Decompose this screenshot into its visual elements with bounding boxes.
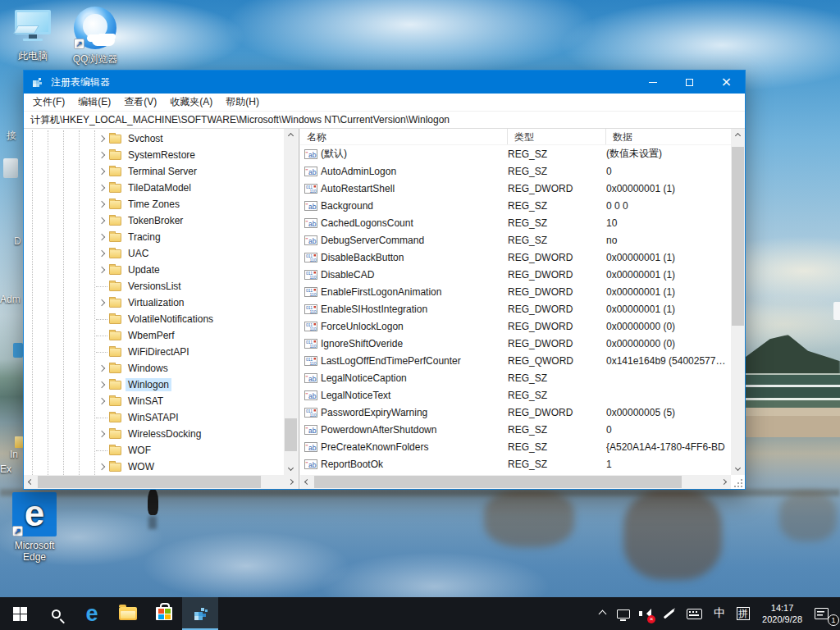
- taskbar-search-button[interactable]: [38, 597, 74, 630]
- expand-chevron-icon[interactable]: [98, 185, 105, 191]
- registry-value-row[interactable]: 011110PasswordExpiryWarningREG_DWORD0x00…: [300, 404, 731, 421]
- tree-item-label[interactable]: WinSATAPI: [126, 411, 181, 424]
- tree-item-time-zones[interactable]: Time Zones: [24, 196, 284, 212]
- tray-pen[interactable]: [657, 597, 681, 630]
- column-header-type[interactable]: 类型: [508, 129, 606, 144]
- tree-item-label[interactable]: Winlogon: [126, 378, 171, 391]
- scroll-right-button[interactable]: [284, 475, 298, 489]
- tree-item-label[interactable]: WinSAT: [126, 395, 166, 408]
- tree-item-label[interactable]: Virtualization: [126, 296, 186, 309]
- maximize-button[interactable]: [671, 71, 708, 94]
- value-name[interactable]: Background: [321, 200, 373, 212]
- value-name[interactable]: AutoRestartShell: [321, 183, 395, 194]
- tree-horizontal-scrollbar[interactable]: [24, 475, 298, 489]
- registry-value-row[interactable]: "abDebugServerCommandREG_SZno: [300, 231, 731, 249]
- desktop-icon-microsoft-edge[interactable]: e ↗ Microsoft Edge: [5, 492, 64, 563]
- desktop-icon-qq-browser[interactable]: ↗ QQ浏览器: [66, 7, 125, 66]
- value-name[interactable]: EnableFirstLogonAnimation: [321, 286, 441, 298]
- minimize-button[interactable]: [634, 71, 671, 94]
- registry-value-row[interactable]: 011110EnableFirstLogonAnimationREG_DWORD…: [300, 283, 731, 300]
- column-header-data[interactable]: 数据: [606, 129, 731, 144]
- value-name[interactable]: AutoAdminLogon: [321, 166, 396, 177]
- tree-item-label[interactable]: WbemPerf: [126, 329, 177, 342]
- registry-value-row[interactable]: 011110IgnoreShiftOverideREG_DWORD0x00000…: [300, 335, 731, 352]
- tree-item-label[interactable]: TileDataModel: [126, 181, 194, 194]
- tree-item-label[interactable]: Svchost: [126, 132, 166, 145]
- taskbar-edge-button[interactable]: e: [74, 597, 110, 630]
- title-bar[interactable]: 注册表编辑器 ×: [24, 71, 745, 94]
- tree-item-wow[interactable]: WOW: [24, 459, 284, 475]
- value-name[interactable]: DisableBackButton: [321, 252, 404, 263]
- desktop-icon-this-pc[interactable]: 此电脑: [3, 10, 62, 63]
- registry-value-row[interactable]: 011110DisableBackButtonREG_DWORD0x000000…: [300, 249, 731, 266]
- tray-ime-layout[interactable]: 拼: [731, 597, 756, 630]
- desktop-icon-label[interactable]: 此电脑: [3, 49, 62, 63]
- menu-favorites[interactable]: 收藏夹(A): [163, 93, 219, 112]
- tree-item-svchost[interactable]: Svchost: [24, 130, 284, 147]
- scroll-left-button[interactable]: [24, 475, 38, 489]
- tree-item-versionslist[interactable]: VersionsList: [24, 278, 284, 294]
- value-name[interactable]: LegalNoticeText: [321, 390, 390, 401]
- action-center-button[interactable]: 1: [809, 597, 840, 630]
- list-horizontal-scrollbar[interactable]: [300, 475, 731, 489]
- tree-item-wirelessdocking[interactable]: WirelessDocking: [24, 426, 284, 442]
- expand-chevron-icon[interactable]: [98, 431, 105, 437]
- registry-value-row[interactable]: 011110EnableSIHostIntegrationREG_DWORD0x…: [300, 300, 731, 317]
- tree-item-uac[interactable]: UAC: [24, 245, 284, 262]
- expand-chevron-icon[interactable]: [98, 217, 105, 224]
- scrollbar-thumb[interactable]: [732, 147, 744, 326]
- scrollbar-thumb[interactable]: [38, 476, 261, 488]
- scroll-down-button[interactable]: [731, 461, 745, 475]
- tree-item-virtualization[interactable]: Virtualization: [24, 294, 284, 311]
- menu-file[interactable]: 文件(F): [26, 93, 71, 112]
- expand-chevron-icon[interactable]: [98, 135, 105, 142]
- expand-chevron-icon[interactable]: [98, 168, 105, 175]
- expand-chevron-icon[interactable]: [98, 267, 105, 273]
- tree-item-tiledatamodel[interactable]: TileDataModel: [24, 180, 284, 196]
- tree-item-winsatapi[interactable]: WinSATAPI: [24, 409, 284, 426]
- tree-item-wifidirectapi[interactable]: WiFiDirectAPI: [24, 344, 284, 360]
- tray-network[interactable]: [611, 597, 636, 630]
- tree-item-label[interactable]: WOW: [126, 460, 157, 473]
- expand-chevron-icon[interactable]: [98, 152, 105, 158]
- scroll-left-button[interactable]: [300, 475, 314, 489]
- tree-item-label[interactable]: WiFiDirectAPI: [126, 345, 192, 358]
- expand-chevron-icon[interactable]: [98, 201, 105, 208]
- close-button[interactable]: ×: [708, 71, 745, 94]
- scroll-right-button[interactable]: [717, 475, 731, 489]
- tree-item-tracing[interactable]: Tracing: [24, 229, 284, 245]
- registry-value-row[interactable]: "abLegalNoticeCaptionREG_SZ: [300, 369, 731, 386]
- registry-value-row[interactable]: 011110ForceUnlockLogonREG_DWORD0x0000000…: [300, 317, 731, 335]
- expand-chevron-icon[interactable]: [98, 463, 105, 470]
- tree-item-label[interactable]: VolatileNotifications: [126, 313, 216, 326]
- registry-value-row[interactable]: "abPowerdownAfterShutdownREG_SZ0: [300, 421, 731, 438]
- tray-touch-keyboard[interactable]: [681, 597, 708, 630]
- tree-item-label[interactable]: Update: [126, 263, 162, 276]
- tree-item-label[interactable]: UAC: [126, 247, 151, 260]
- tree-item-wof[interactable]: WOF: [24, 442, 284, 459]
- tree-item-winsat[interactable]: WinSAT: [24, 393, 284, 409]
- list-vertical-scrollbar[interactable]: [731, 129, 745, 475]
- registry-value-row[interactable]: 011110AutoRestartShellREG_DWORD0x0000000…: [300, 180, 731, 197]
- tray-show-hidden-icons[interactable]: [594, 597, 611, 630]
- menu-edit[interactable]: 编辑(E): [71, 93, 117, 112]
- tree-item-winlogon[interactable]: Winlogon: [24, 377, 284, 393]
- value-name[interactable]: LastLogOffEndTimePerfCounter: [321, 355, 461, 367]
- value-name[interactable]: (默认): [321, 147, 347, 161]
- tree-item-wbemperf[interactable]: WbemPerf: [24, 327, 284, 344]
- menu-view[interactable]: 查看(V): [117, 93, 163, 112]
- value-name[interactable]: PreCreateKnownFolders: [321, 441, 428, 453]
- start-button[interactable]: [2, 597, 38, 630]
- registry-value-row[interactable]: "abAutoAdminLogonREG_SZ0: [300, 162, 731, 180]
- registry-value-row[interactable]: "abLegalNoticeTextREG_SZ: [300, 386, 731, 404]
- scroll-up-button[interactable]: [284, 129, 298, 143]
- value-name[interactable]: EnableSIHostIntegration: [321, 304, 427, 315]
- registry-value-row[interactable]: "abPreCreateKnownFoldersREG_SZ{A520A1A4-…: [300, 438, 731, 455]
- tree-item-windows[interactable]: Windows: [24, 360, 284, 377]
- tree-item-tokenbroker[interactable]: TokenBroker: [24, 212, 284, 229]
- value-name[interactable]: IgnoreShiftOveride: [321, 338, 403, 349]
- desktop-icon-label[interactable]: QQ浏览器: [66, 52, 125, 66]
- desktop-icon-label[interactable]: Microsoft Edge: [8, 540, 61, 563]
- registry-value-row[interactable]: "abBackgroundREG_SZ0 0 0: [300, 197, 731, 214]
- tree-item-label[interactable]: Tracing: [126, 231, 163, 244]
